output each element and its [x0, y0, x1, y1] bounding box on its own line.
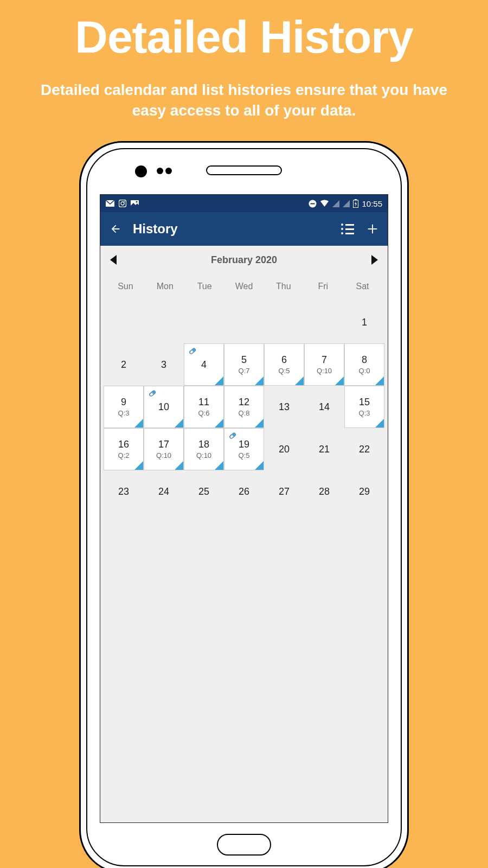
- data-indicator-icon: [375, 376, 384, 385]
- hero-title: Detailed History: [0, 11, 488, 63]
- calendar-day[interactable]: 18Q:10: [184, 428, 224, 470]
- calendar-day[interactable]: 19Q:5: [224, 428, 264, 470]
- day-number: 5: [241, 354, 247, 366]
- calendar-day: [224, 301, 264, 343]
- calendar-day[interactable]: 10: [144, 386, 184, 428]
- day-quantity: Q:6: [198, 409, 210, 417]
- prev-month-button[interactable]: [110, 255, 117, 265]
- data-indicator-icon: [215, 376, 223, 385]
- day-number: 21: [319, 444, 330, 455]
- calendar-day[interactable]: 28: [304, 470, 344, 513]
- phone-speaker: [206, 165, 282, 175]
- calendar-day[interactable]: 5Q:7: [224, 343, 264, 386]
- day-number: 17: [158, 439, 169, 450]
- day-quantity: Q:7: [239, 367, 250, 375]
- day-number: 1: [362, 317, 367, 328]
- calendar-day[interactable]: 26: [224, 470, 264, 513]
- calendar-day[interactable]: 17Q:10: [144, 428, 184, 470]
- screen: 10:55 History February 2020 SunMonTueWe: [100, 194, 388, 823]
- calendar-day[interactable]: 22: [344, 428, 384, 470]
- calendar-day[interactable]: 3: [144, 343, 184, 386]
- calendar-day[interactable]: 9Q:3: [104, 386, 144, 428]
- calendar-day[interactable]: 15Q:3: [344, 386, 384, 428]
- day-number: 25: [198, 486, 209, 497]
- calendar-day[interactable]: 29: [344, 470, 384, 513]
- data-indicator-icon: [175, 419, 183, 427]
- day-number: 20: [279, 444, 290, 455]
- calendar-day[interactable]: 23: [104, 470, 144, 513]
- svg-rect-7: [311, 203, 315, 204]
- weekday-label: Thu: [264, 282, 303, 291]
- day-quantity: Q:5: [279, 367, 290, 375]
- day-number: 24: [158, 486, 169, 497]
- month-navigation: February 2020: [100, 246, 388, 274]
- calendar-day[interactable]: 1: [344, 301, 384, 343]
- data-indicator-icon: [134, 419, 143, 427]
- day-number: 23: [118, 486, 129, 497]
- calendar-day[interactable]: 4: [184, 343, 224, 386]
- add-button[interactable]: [365, 221, 380, 237]
- calendar-day[interactable]: 6Q:5: [264, 343, 304, 386]
- day-quantity: Q:3: [118, 409, 130, 417]
- day-quantity: Q:10: [156, 451, 171, 459]
- gallery-icon: [131, 200, 139, 207]
- data-indicator-icon: [255, 376, 264, 385]
- day-number: 10: [158, 401, 169, 413]
- calendar-day[interactable]: 13: [264, 386, 304, 428]
- signal-icon: [332, 200, 339, 207]
- signal-icon-2: [343, 200, 350, 207]
- hero-subtitle: Detailed calendar and list histories ens…: [33, 80, 455, 121]
- day-quantity: Q:10: [317, 367, 332, 375]
- calendar-day[interactable]: 21: [304, 428, 344, 470]
- list-icon: [341, 224, 354, 234]
- day-number: 4: [201, 359, 207, 371]
- svg-rect-1: [119, 200, 126, 207]
- pill-icon: [228, 431, 237, 441]
- home-button[interactable]: [217, 834, 271, 856]
- weekday-label: Fri: [303, 282, 343, 291]
- svg-rect-14: [229, 432, 236, 439]
- svg-point-5: [136, 201, 138, 202]
- svg-point-3: [124, 201, 125, 202]
- pill-icon: [188, 346, 197, 356]
- calendar-day[interactable]: 12Q:8: [224, 386, 264, 428]
- day-number: 13: [279, 401, 290, 413]
- calendar-day[interactable]: 7Q:10: [304, 343, 344, 386]
- calendar-day[interactable]: 20: [264, 428, 304, 470]
- day-number: 29: [359, 486, 370, 497]
- calendar-day[interactable]: 8Q:0: [344, 343, 384, 386]
- dnd-icon: [309, 200, 317, 208]
- weekday-label: Sun: [106, 282, 145, 291]
- data-indicator-icon: [255, 419, 264, 427]
- day-number: 2: [121, 359, 126, 371]
- mail-icon: [106, 200, 114, 207]
- day-number: 27: [279, 486, 290, 497]
- wifi-icon: [320, 200, 329, 207]
- back-button[interactable]: [108, 221, 123, 237]
- day-quantity: Q:10: [196, 451, 211, 459]
- list-view-button[interactable]: [340, 221, 355, 237]
- calendar-day: [264, 301, 304, 343]
- calendar-day[interactable]: 24: [144, 470, 184, 513]
- page-title: History: [133, 221, 178, 237]
- data-indicator-icon: [375, 419, 384, 427]
- battery-icon: [353, 199, 358, 208]
- calendar-day[interactable]: 16Q:2: [104, 428, 144, 470]
- day-number: 3: [161, 359, 166, 371]
- day-number: 28: [319, 486, 330, 497]
- calendar-day[interactable]: 11Q:6: [184, 386, 224, 428]
- calendar-day[interactable]: 27: [264, 470, 304, 513]
- day-number: 19: [239, 439, 249, 450]
- day-number: 9: [121, 397, 126, 408]
- day-number: 14: [319, 401, 330, 413]
- next-month-button[interactable]: [371, 255, 378, 265]
- svg-point-2: [121, 202, 124, 205]
- calendar-day[interactable]: 25: [184, 470, 224, 513]
- calendar-day[interactable]: 14: [304, 386, 344, 428]
- day-number: 22: [359, 444, 370, 455]
- pill-icon: [147, 388, 157, 398]
- calendar-day[interactable]: 2: [104, 343, 144, 386]
- data-indicator-icon: [175, 461, 183, 470]
- day-quantity: Q:0: [359, 367, 370, 375]
- day-number: 6: [281, 354, 287, 366]
